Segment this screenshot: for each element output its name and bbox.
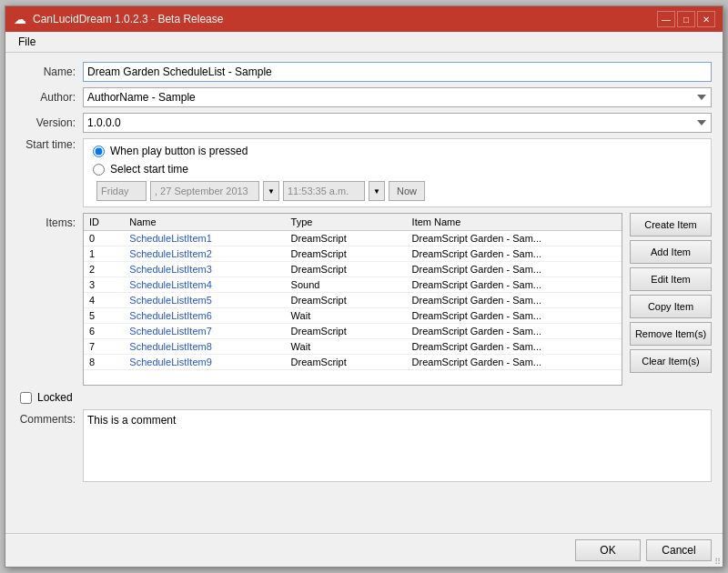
table-row[interactable]: 3 ScheduleListItem4 Sound DreamScript Ga… <box>84 277 622 293</box>
cell-type: DreamScript <box>286 355 407 370</box>
cell-id: 3 <box>84 277 124 293</box>
cell-type: Wait <box>286 308 407 324</box>
minimize-button[interactable]: — <box>657 11 675 27</box>
table-row[interactable]: 7 ScheduleListItem8 Wait DreamScript Gar… <box>84 339 622 355</box>
items-tbody: 0 ScheduleListItem1 DreamScript DreamScr… <box>84 231 622 370</box>
table-row[interactable]: 1 ScheduleListItem2 DreamScript DreamScr… <box>84 246 622 262</box>
time-input[interactable] <box>283 181 365 201</box>
day-input[interactable] <box>96 181 147 201</box>
name-label: Name: <box>16 65 76 78</box>
col-header-type: Type <box>286 214 407 231</box>
cell-itemname: DreamScript Garden - Sam... <box>407 277 622 293</box>
radio-row-2: Select start time <box>93 163 702 176</box>
resize-corner[interactable]: ⠿ <box>712 556 723 567</box>
bottom-bar: OK Cancel <box>5 533 723 567</box>
start-time-label: Start time: <box>16 138 76 151</box>
cell-name: ScheduleListItem4 <box>124 277 285 293</box>
cancel-button[interactable]: Cancel <box>646 539 712 561</box>
name-input[interactable] <box>83 62 712 82</box>
cell-name: ScheduleListItem8 <box>124 339 285 355</box>
col-header-id: ID <box>84 214 124 231</box>
version-row: Version: 1.0.0.0 <box>16 113 712 133</box>
remove-items-button[interactable]: Remove Item(s) <box>630 322 712 346</box>
locked-checkbox[interactable] <box>20 392 32 404</box>
table-row[interactable]: 0 ScheduleListItem1 DreamScript DreamScr… <box>84 231 622 246</box>
cell-itemname: DreamScript Garden - Sam... <box>407 308 622 324</box>
locked-label[interactable]: Locked <box>37 391 73 404</box>
cell-name: ScheduleListItem3 <box>124 262 285 277</box>
cell-id: 4 <box>84 293 124 308</box>
radio-select-label[interactable]: Select start time <box>110 163 188 176</box>
edit-item-button[interactable]: Edit Item <box>630 267 712 291</box>
copy-item-button[interactable]: Copy Item <box>630 295 712 318</box>
table-row[interactable]: 2 ScheduleListItem3 DreamScript DreamScr… <box>84 262 622 277</box>
close-button[interactable]: ✕ <box>697 11 715 27</box>
items-table-container: ID Name Type Item Name 0 ScheduleListIte… <box>83 213 622 386</box>
cell-type: Sound <box>286 277 407 293</box>
table-row[interactable]: 6 ScheduleListItem7 DreamScript DreamScr… <box>84 324 622 339</box>
cell-itemname: DreamScript Garden - Sam... <box>407 293 622 308</box>
items-table: ID Name Type Item Name 0 ScheduleListIte… <box>84 214 622 370</box>
cell-id: 0 <box>84 231 124 246</box>
version-select[interactable]: 1.0.0.0 <box>83 113 712 133</box>
cell-type: DreamScript <box>286 324 407 339</box>
table-row[interactable]: 5 ScheduleListItem6 Wait DreamScript Gar… <box>84 308 622 324</box>
clear-items-button[interactable]: Clear Item(s) <box>630 349 712 373</box>
maximize-button[interactable]: □ <box>677 11 695 27</box>
items-buttons: Create Item Add Item Edit Item Copy Item… <box>630 213 712 373</box>
start-time-section: Start time: When play button is pressed … <box>16 138 712 207</box>
menu-file[interactable]: File <box>13 34 41 50</box>
cell-name: ScheduleListItem5 <box>124 293 285 308</box>
col-header-name: Name <box>124 214 285 231</box>
table-row[interactable]: 8 ScheduleListItem9 DreamScript DreamScr… <box>84 355 622 370</box>
cell-type: DreamScript <box>286 246 407 262</box>
comments-textarea[interactable]: This is a comment <box>83 409 712 482</box>
title-bar: ☁ CanLucidDream 1.0.2.3 - Beta Release —… <box>5 6 723 32</box>
cell-itemname: DreamScript Garden - Sam... <box>407 324 622 339</box>
cell-name: ScheduleListItem6 <box>124 308 285 324</box>
table-header-row: ID Name Type Item Name <box>84 214 622 231</box>
version-label: Version: <box>16 116 76 129</box>
cell-id: 1 <box>84 246 124 262</box>
name-row: Name: <box>16 62 712 82</box>
window-title: CanLucidDream 1.0.2.3 - Beta Release <box>33 13 223 25</box>
app-icon: ☁ <box>13 12 27 26</box>
date-dropdown-btn[interactable]: ▼ <box>263 181 279 201</box>
cell-type: DreamScript <box>286 262 407 277</box>
title-controls: — □ ✕ <box>657 11 715 27</box>
cell-id: 2 <box>84 262 124 277</box>
locked-row: Locked <box>16 391 712 404</box>
cell-name: ScheduleListItem1 <box>124 231 285 246</box>
add-item-button[interactable]: Add Item <box>630 240 712 264</box>
comments-label: Comments: <box>16 409 76 426</box>
menu-bar: File <box>5 32 723 53</box>
cell-id: 8 <box>84 355 124 370</box>
cell-itemname: DreamScript Garden - Sam... <box>407 262 622 277</box>
cell-name: ScheduleListItem7 <box>124 324 285 339</box>
time-dropdown-btn[interactable]: ▼ <box>369 181 385 201</box>
radio-select-time[interactable] <box>93 164 105 176</box>
radio-play-label[interactable]: When play button is pressed <box>110 145 248 157</box>
radio-play-button[interactable] <box>93 146 105 157</box>
cell-type: DreamScript <box>286 231 407 246</box>
start-time-box: When play button is pressed Select start… <box>83 138 712 207</box>
cell-itemname: DreamScript Garden - Sam... <box>407 246 622 262</box>
cell-type: Wait <box>286 339 407 355</box>
now-button[interactable]: Now <box>389 181 425 201</box>
author-select[interactable]: AuthorName - Sample <box>83 87 712 107</box>
cell-name: ScheduleListItem9 <box>124 355 285 370</box>
cell-itemname: DreamScript Garden - Sam... <box>407 355 622 370</box>
date-time-row: ▼ ▼ Now <box>93 181 702 201</box>
create-item-button[interactable]: Create Item <box>630 213 712 236</box>
items-label: Items: <box>16 213 76 229</box>
comments-section: Comments: This is a comment <box>16 409 712 524</box>
cell-name: ScheduleListItem2 <box>124 246 285 262</box>
table-row[interactable]: 4 ScheduleListItem5 DreamScript DreamScr… <box>84 293 622 308</box>
ok-button[interactable]: OK <box>575 539 641 561</box>
main-window: ☁ CanLucidDream 1.0.2.3 - Beta Release —… <box>5 5 723 568</box>
cell-id: 7 <box>84 339 124 355</box>
date-input[interactable] <box>150 181 259 201</box>
title-bar-left: ☁ CanLucidDream 1.0.2.3 - Beta Release <box>13 12 223 26</box>
radio-row-1: When play button is pressed <box>93 145 702 157</box>
author-label: Author: <box>16 91 76 104</box>
